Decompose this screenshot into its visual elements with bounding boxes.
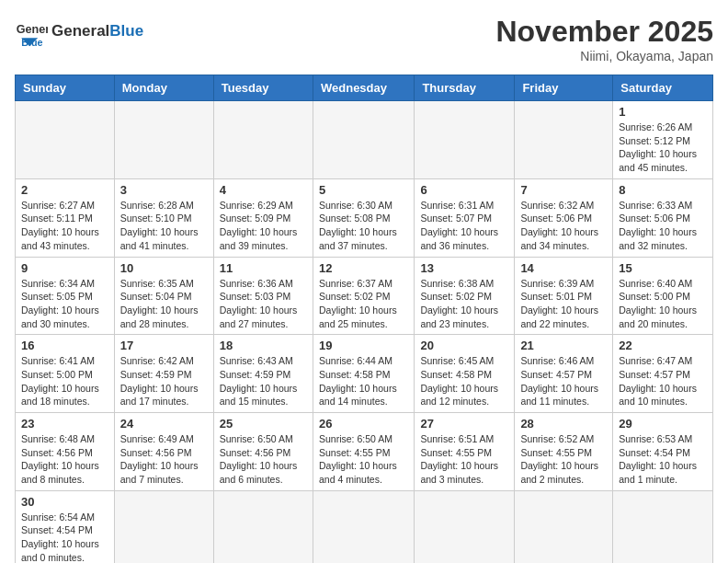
svg-text:Blue: Blue <box>21 37 42 48</box>
table-row: 15 Sunrise: 6:40 AMSunset: 5:00 PMDaylig… <box>613 257 713 335</box>
table-row: 30 Sunrise: 6:54 AMSunset: 4:54 PMDaylig… <box>16 490 115 563</box>
table-row <box>213 490 313 563</box>
table-row: 16 Sunrise: 6:41 AMSunset: 5:00 PMDaylig… <box>16 335 115 413</box>
table-row: 22 Sunrise: 6:47 AMSunset: 4:57 PMDaylig… <box>613 335 713 413</box>
table-row: 8 Sunrise: 6:33 AMSunset: 5:06 PMDayligh… <box>613 178 713 257</box>
table-row: 2 Sunrise: 6:27 AMSunset: 5:11 PMDayligh… <box>16 178 115 257</box>
table-row: 29 Sunrise: 6:53 AMSunset: 4:54 PMDaylig… <box>613 413 713 491</box>
logo-general: General <box>51 22 109 40</box>
table-row: 18 Sunrise: 6:43 AMSunset: 4:59 PMDaylig… <box>213 335 313 413</box>
col-wednesday: Wednesday <box>313 75 414 101</box>
table-row: 14 Sunrise: 6:39 AMSunset: 5:01 PMDaylig… <box>515 257 613 335</box>
table-row: 3 Sunrise: 6:28 AMSunset: 5:10 PMDayligh… <box>114 178 213 257</box>
table-row <box>415 490 515 563</box>
location: Niimi, Okayama, Japan <box>495 49 713 63</box>
table-row: 12 Sunrise: 6:37 AMSunset: 5:02 PMDaylig… <box>313 257 414 335</box>
table-row: 10 Sunrise: 6:35 AMSunset: 5:04 PMDaylig… <box>114 257 213 335</box>
svg-text:General: General <box>17 23 48 36</box>
title-area: November 2025 Niimi, Okayama, Japan <box>495 15 713 63</box>
table-row <box>16 101 115 179</box>
col-saturday: Saturday <box>613 75 713 101</box>
table-row: 25 Sunrise: 6:50 AMSunset: 4:56 PMDaylig… <box>213 413 313 491</box>
table-row: 7 Sunrise: 6:32 AMSunset: 5:06 PMDayligh… <box>515 178 613 257</box>
calendar-table: Sunday Monday Tuesday Wednesday Thursday… <box>15 75 713 563</box>
col-monday: Monday <box>114 75 213 101</box>
table-row: 24 Sunrise: 6:49 AMSunset: 4:56 PMDaylig… <box>114 413 213 491</box>
table-row <box>613 490 713 563</box>
table-row: 13 Sunrise: 6:38 AMSunset: 5:02 PMDaylig… <box>415 257 515 335</box>
col-sunday: Sunday <box>16 75 115 101</box>
table-row: 28 Sunrise: 6:52 AMSunset: 4:55 PMDaylig… <box>515 413 613 491</box>
table-row <box>313 490 414 563</box>
table-row: 27 Sunrise: 6:51 AMSunset: 4:55 PMDaylig… <box>415 413 515 491</box>
table-row: 9 Sunrise: 6:34 AMSunset: 5:05 PMDayligh… <box>16 257 115 335</box>
page-header: General Blue GeneralBlue November 2025 N… <box>15 15 713 63</box>
table-row: 6 Sunrise: 6:31 AMSunset: 5:07 PMDayligh… <box>415 178 515 257</box>
month-title: November 2025 <box>495 15 713 49</box>
table-row: 19 Sunrise: 6:44 AMSunset: 4:58 PMDaylig… <box>313 335 414 413</box>
table-row: 23 Sunrise: 6:48 AMSunset: 4:56 PMDaylig… <box>16 413 115 491</box>
logo-blue: Blue <box>109 22 143 40</box>
table-row: 21 Sunrise: 6:46 AMSunset: 4:57 PMDaylig… <box>515 335 613 413</box>
table-row <box>515 490 613 563</box>
col-tuesday: Tuesday <box>213 75 313 101</box>
table-row: 11 Sunrise: 6:36 AMSunset: 5:03 PMDaylig… <box>213 257 313 335</box>
table-row: 26 Sunrise: 6:50 AMSunset: 4:55 PMDaylig… <box>313 413 414 491</box>
col-thursday: Thursday <box>415 75 515 101</box>
table-row <box>114 490 213 563</box>
table-row: 20 Sunrise: 6:45 AMSunset: 4:58 PMDaylig… <box>415 335 515 413</box>
col-friday: Friday <box>515 75 613 101</box>
table-row <box>313 101 414 179</box>
table-row <box>114 101 213 179</box>
table-row: 1 Sunrise: 6:26 AMSunset: 5:12 PMDayligh… <box>613 101 713 179</box>
table-row <box>515 101 613 179</box>
table-row <box>415 101 515 179</box>
table-row: 4 Sunrise: 6:29 AMSunset: 5:09 PMDayligh… <box>213 178 313 257</box>
logo: General Blue GeneralBlue <box>15 15 143 48</box>
table-row <box>213 101 313 179</box>
table-row: 17 Sunrise: 6:42 AMSunset: 4:59 PMDaylig… <box>114 335 213 413</box>
table-row: 5 Sunrise: 6:30 AMSunset: 5:08 PMDayligh… <box>313 178 414 257</box>
